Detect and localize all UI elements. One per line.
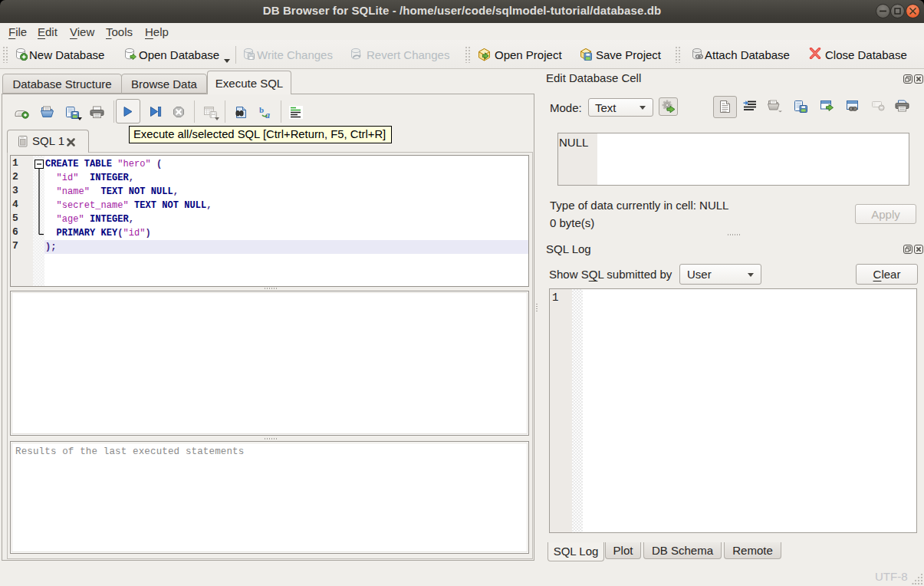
svg-text:a: a xyxy=(265,110,270,119)
svg-text:b: b xyxy=(259,106,264,114)
